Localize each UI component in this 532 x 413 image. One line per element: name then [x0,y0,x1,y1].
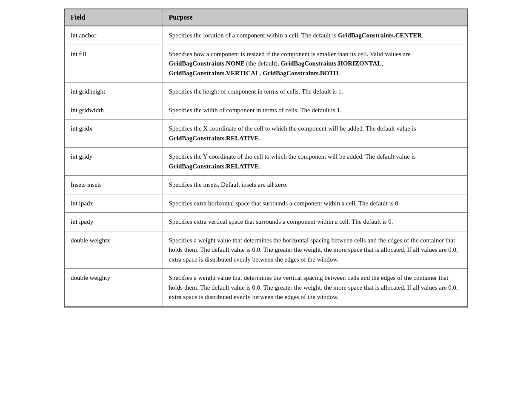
table-row: double weightxSpecifies a weight value t… [65,231,467,269]
field-cell: int gridheight [65,83,163,101]
field-cell: double weighty [65,269,163,307]
purpose-column-header: Purpose [163,9,467,26]
purpose-cell: Specifies how a component is resized if … [163,45,467,83]
purpose-cell: Specifies the height of component in ter… [163,83,467,101]
table-row: Insets insetsSpecifies the insets. Defau… [65,176,467,194]
purpose-cell: Specifies the location of a component wi… [163,26,467,45]
main-table-container: Field Purpose int anchorSpecifies the lo… [64,9,468,308]
field-cell: int ipady [65,213,163,231]
table-row: int anchorSpecifies the location of a co… [65,26,467,45]
field-cell: double weightx [65,231,163,269]
purpose-cell: Specifies the X coordinate of the cell t… [163,120,467,148]
table-row: int gridxSpecifies the X coordinate of t… [65,120,467,148]
purpose-cell: Specifies the insets. Default insets are… [163,176,467,194]
purpose-cell: Specifies the Y coordinate of the cell t… [163,148,467,176]
gridbag-constraints-table: Field Purpose int anchorSpecifies the lo… [65,9,467,307]
table-row: int ipadxSpecifies extra horizontal spac… [65,194,467,213]
field-cell: int ipadx [65,194,163,213]
table-row: int gridheightSpecifies the height of co… [65,83,467,101]
table-row: int gridwidthSpecifies the width of comp… [65,101,467,120]
purpose-cell: Specifies the width of component in term… [163,101,467,120]
table-row: double weightySpecifies a weight value t… [65,269,467,307]
purpose-cell: Specifies extra horizontal space that su… [163,194,467,213]
field-cell: int gridx [65,120,163,148]
table-row: int ipadySpecifies extra vertical space … [65,213,467,231]
field-cell: int gridy [65,148,163,176]
field-column-header: Field [65,9,163,26]
table-row: int gridySpecifies the Y coordinate of t… [65,148,467,176]
table-row: int fillSpecifies how a component is res… [65,45,467,83]
purpose-cell: Specifies extra vertical space that surr… [163,213,467,231]
field-cell: Insets insets [65,176,163,194]
purpose-cell: Specifies a weight value that determines… [163,231,467,269]
field-cell: int gridwidth [65,101,163,120]
field-cell: int fill [65,45,163,83]
table-header-row: Field Purpose [65,9,467,26]
purpose-cell: Specifies a weight value that determines… [163,269,467,307]
field-cell: int anchor [65,26,163,45]
